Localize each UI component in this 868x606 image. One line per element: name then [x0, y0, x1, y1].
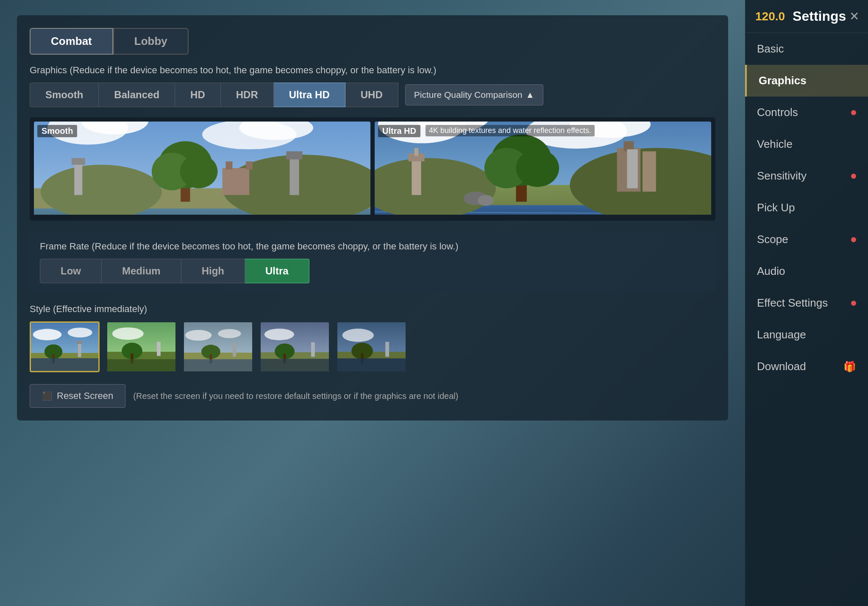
svg-point-46 — [68, 328, 92, 338]
smooth-scene-image — [34, 122, 370, 215]
framerate-bar: Low Medium High Ultra — [40, 259, 705, 283]
sidebar-item-label: Graphics — [759, 74, 807, 87]
quality-btn-ultra-hd[interactable]: Ultra HD — [274, 83, 345, 107]
sidebar-item-label: Scope — [757, 233, 788, 246]
style-thumb-2[interactable] — [106, 321, 176, 372]
settings-title: Settings — [793, 8, 846, 24]
svg-point-76 — [342, 329, 374, 342]
svg-rect-80 — [337, 358, 406, 371]
quality-btn-hd[interactable]: HD — [175, 83, 221, 107]
svg-rect-18 — [226, 161, 233, 169]
sidebar-header: 120.0 Settings ✕ — [745, 0, 868, 33]
framerate-btn-ultra[interactable]: Ultra — [245, 259, 309, 283]
svg-point-61 — [185, 330, 211, 340]
style-thumb-1[interactable] — [30, 321, 100, 372]
reset-note: (Reset the screen if you need to restore… — [133, 391, 458, 401]
reset-icon: ⬛ — [42, 391, 53, 401]
sidebar-item-download[interactable]: Download 🎁 — [745, 351, 868, 382]
notification-dot — [851, 237, 856, 242]
sidebar-item-label: Language — [757, 328, 806, 341]
svg-rect-34 — [412, 158, 421, 195]
close-button[interactable]: ✕ — [846, 8, 862, 25]
quality-btn-balanced[interactable]: Balanced — [99, 83, 175, 107]
svg-rect-33 — [643, 151, 656, 191]
sidebar-item-label: Effect Settings — [757, 296, 828, 310]
compare-item-smooth: Smooth — [34, 122, 370, 216]
style-thumb-4[interactable] — [260, 321, 330, 372]
sidebar-item-scope[interactable]: Scope — [745, 224, 868, 255]
framerate-btn-medium[interactable]: Medium — [102, 259, 181, 283]
svg-rect-37 — [627, 149, 638, 188]
svg-rect-51 — [78, 343, 81, 357]
quality-btn-uhd[interactable]: UHD — [345, 83, 398, 107]
style-5-image — [337, 322, 406, 371]
sidebar: 120.0 Settings ✕ Basic Graphics Controls… — [745, 0, 868, 606]
svg-rect-58 — [107, 359, 175, 371]
sidebar-item-language[interactable]: Language — [745, 319, 868, 351]
sidebar-item-pickup[interactable]: Pick Up — [745, 192, 868, 224]
sidebar-item-graphics[interactable]: Graphics — [745, 65, 868, 97]
svg-point-45 — [33, 329, 61, 340]
picture-comparison-container: Smooth — [30, 117, 715, 221]
mode-tabs: Combat Lobby — [30, 28, 715, 55]
compare-item-ultra-hd: Ultra HD 4K building textures and water … — [375, 122, 711, 216]
framerate-section: Frame Rate (Reduce if the device becomes… — [30, 232, 715, 292]
svg-rect-67 — [233, 343, 236, 357]
compare-smooth-label: Smooth — [37, 125, 77, 137]
svg-rect-50 — [31, 358, 98, 371]
style-1-image — [31, 323, 98, 371]
style-thumbnails — [30, 321, 715, 372]
sidebar-item-label: Basic — [757, 42, 784, 55]
quality-btn-smooth[interactable]: Smooth — [30, 83, 99, 107]
sidebar-item-label: Sensitivity — [757, 169, 807, 183]
svg-rect-10 — [72, 158, 85, 165]
sidebar-item-label: Pick Up — [757, 201, 795, 214]
framerate-btn-high[interactable]: High — [181, 259, 245, 283]
quality-bar: Smooth Balanced HD HDR Ultra HD UHD Pict… — [30, 83, 715, 107]
style-thumb-3[interactable] — [183, 321, 253, 372]
svg-rect-12 — [287, 151, 303, 159]
svg-rect-11 — [289, 155, 299, 195]
pic-compare-label: Picture Quality Comparison — [414, 90, 523, 100]
reset-screen-button[interactable]: ⬛ Reset Screen — [30, 384, 125, 408]
sidebar-item-controls[interactable]: Controls — [745, 97, 868, 128]
tab-lobby[interactable]: Lobby — [113, 28, 189, 55]
compare-ultra-hd-label: Ultra HD — [378, 125, 420, 137]
svg-point-62 — [218, 329, 241, 338]
sidebar-item-audio[interactable]: Audio — [745, 255, 868, 287]
svg-rect-9 — [74, 161, 82, 195]
svg-point-41 — [516, 149, 559, 187]
svg-rect-66 — [184, 359, 252, 371]
style-4-image — [261, 322, 329, 371]
picture-quality-comparison-button[interactable]: Picture Quality Comparison ▲ — [405, 84, 543, 105]
svg-rect-36 — [415, 148, 419, 156]
quality-btn-hdr[interactable]: HDR — [221, 83, 274, 107]
sidebar-item-effect-settings[interactable]: Effect Settings — [745, 287, 868, 319]
graphics-section-label: Graphics (Reduce if the device becomes t… — [30, 65, 715, 76]
svg-point-43 — [478, 195, 494, 206]
sidebar-item-label: Download — [757, 360, 806, 373]
framerate-btn-low[interactable]: Low — [40, 259, 102, 283]
reset-bar: ⬛ Reset Screen (Reset the screen if you … — [30, 384, 715, 408]
gift-icon: 🎁 — [843, 361, 856, 373]
style-thumb-5[interactable] — [337, 321, 406, 372]
main-content: Combat Lobby Graphics (Reduce if the dev… — [0, 0, 745, 606]
sidebar-item-sensitivity[interactable]: Sensitivity — [745, 160, 868, 192]
svg-point-16 — [180, 155, 218, 188]
score-display: 120.0 — [755, 10, 785, 23]
reset-screen-label: Reset Screen — [57, 390, 113, 401]
sidebar-item-basic[interactable]: Basic — [745, 33, 868, 65]
style-3-image — [184, 322, 252, 371]
sidebar-item-label: Vehicle — [757, 138, 793, 151]
notification-dot — [851, 174, 856, 179]
notification-dot — [851, 301, 856, 306]
sidebar-item-vehicle[interactable]: Vehicle — [745, 128, 868, 160]
svg-rect-73 — [261, 359, 329, 371]
svg-rect-59 — [157, 342, 161, 356]
tab-combat[interactable]: Combat — [30, 28, 113, 55]
style-section-label: Style (Effective immediately) — [30, 304, 715, 315]
svg-rect-81 — [385, 342, 389, 357]
chevron-up-icon: ▲ — [526, 90, 534, 100]
sidebar-navigation: Basic Graphics Controls Vehicle Sensitiv… — [745, 33, 868, 606]
sidebar-item-label: Controls — [757, 106, 798, 119]
